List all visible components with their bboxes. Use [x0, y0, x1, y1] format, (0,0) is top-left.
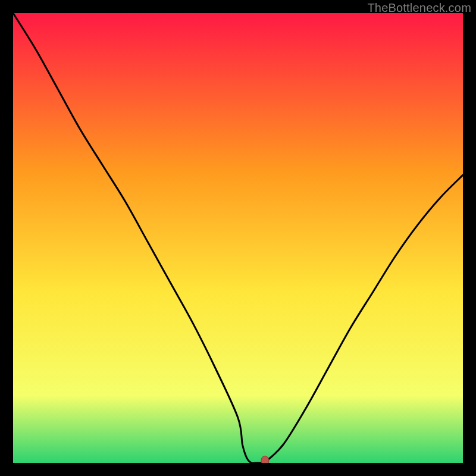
- watermark-text: TheBottleneck.com: [367, 1, 471, 15]
- optimal-point-marker: [261, 456, 269, 463]
- plot-area: [13, 13, 463, 463]
- gradient-background: [13, 13, 463, 463]
- chart-frame: TheBottleneck.com: [0, 0, 476, 476]
- chart-svg: [13, 13, 463, 463]
